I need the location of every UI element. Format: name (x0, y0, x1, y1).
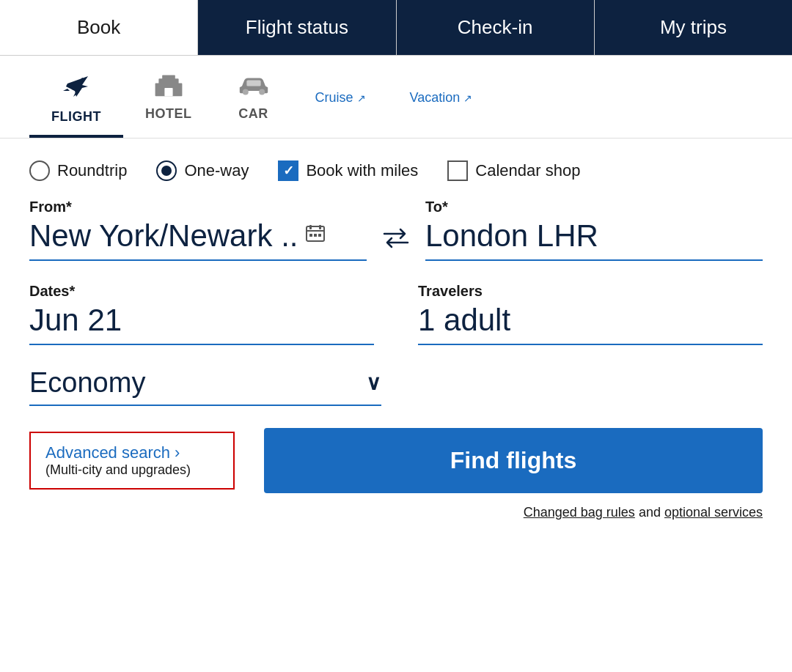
main-content: Roundtrip One-way Book with miles Calend… (0, 139, 792, 542)
dates-travelers-row: Dates* Jun 21 Travelers 1 adult (29, 283, 763, 345)
tab-hotel-label: HOTEL (145, 106, 192, 122)
tab-car[interactable]: CAR (214, 66, 293, 135)
dates-label: Dates* (29, 283, 374, 300)
roundtrip-label: Roundtrip (57, 161, 127, 180)
advanced-search-label: Advanced search (45, 443, 170, 462)
tab-vacation[interactable]: Vacation ↗ (388, 83, 495, 119)
tab-cruise-label: Cruise ↗ (315, 90, 366, 106)
hotel-icon (154, 73, 183, 102)
nav-check-in[interactable]: Check-in (397, 0, 595, 55)
optional-services-link[interactable]: optional services (664, 505, 763, 520)
from-field-group: From* New York/Newark .. (29, 199, 367, 261)
to-input[interactable]: London LHR (425, 218, 763, 261)
travelers-field-group: Travelers 1 adult (418, 283, 763, 345)
svg-rect-11 (309, 234, 312, 237)
svg-point-4 (242, 89, 248, 95)
travelers-label: Travelers (418, 283, 763, 300)
bag-rules: Changed bag rules and optional services (29, 505, 763, 520)
advanced-search-subtitle: (Multi-city and upgrades) (45, 462, 219, 478)
tab-cruise[interactable]: Cruise ↗ (293, 83, 388, 119)
tab-car-label: CAR (238, 106, 268, 122)
from-input[interactable]: New York/Newark .. (29, 218, 367, 261)
calendar-shop-checkbox[interactable] (447, 160, 468, 181)
svg-rect-6 (246, 81, 260, 86)
nav-my-trips[interactable]: My trips (595, 0, 792, 55)
car-icon (236, 73, 271, 102)
bottom-row: Advanced search › (Multi-city and upgrad… (29, 428, 763, 493)
trip-type-row: Roundtrip One-way Book with miles Calend… (29, 160, 763, 181)
svg-point-5 (259, 89, 265, 95)
spacer (374, 283, 418, 345)
tab-hotel[interactable]: HOTEL (123, 66, 214, 135)
book-with-miles-option[interactable]: Book with miles (278, 160, 418, 181)
plane-icon (62, 70, 91, 105)
cabin-value: Economy (29, 367, 145, 399)
to-label: To* (425, 199, 763, 215)
travelers-input[interactable]: 1 adult (418, 303, 763, 345)
top-nav: Book Flight status Check-in My trips (0, 0, 792, 56)
swap-icon[interactable] (367, 228, 425, 254)
advanced-search-title: Advanced search › (45, 443, 219, 462)
advanced-search-button[interactable]: Advanced search › (Multi-city and upgrad… (29, 432, 235, 490)
book-with-miles-checkbox[interactable] (278, 160, 298, 181)
tab-vacation-label: Vacation ↗ (410, 90, 473, 106)
one-way-radio[interactable] (156, 160, 177, 181)
cabin-select[interactable]: Economy ∨ (29, 367, 381, 406)
from-value: New York/Newark .. (29, 218, 298, 254)
nav-flight-status[interactable]: Flight status (198, 0, 396, 55)
from-label: From* (29, 199, 367, 215)
one-way-label: One-way (184, 161, 249, 180)
changed-bag-rules-link[interactable]: Changed bag rules (524, 505, 635, 520)
calendar-shop-label: Calendar shop (475, 161, 580, 180)
cabin-dropdown-icon: ∨ (366, 371, 381, 395)
tab-flight-label: FLIGHT (51, 109, 101, 125)
cabin-row: Economy ∨ (29, 367, 763, 406)
service-tabs: FLIGHT HOTEL CAR Cruise ↗ (0, 56, 792, 139)
roundtrip-option[interactable]: Roundtrip (29, 160, 127, 181)
svg-rect-9 (319, 225, 321, 229)
svg-rect-12 (314, 234, 317, 237)
to-field-group: To* London LHR (425, 199, 763, 261)
roundtrip-radio[interactable] (29, 160, 50, 181)
calendar-shop-option[interactable]: Calendar shop (447, 160, 580, 181)
bag-rules-connector: and (635, 505, 664, 520)
nav-book[interactable]: Book (0, 0, 198, 55)
to-value: London LHR (425, 218, 598, 254)
tab-flight[interactable]: FLIGHT (29, 63, 123, 138)
svg-rect-3 (164, 88, 172, 96)
airport-selector-icon (305, 224, 326, 249)
svg-rect-8 (309, 225, 312, 229)
dates-input[interactable]: Jun 21 (29, 303, 374, 345)
find-flights-button[interactable]: Find flights (264, 428, 763, 493)
svg-rect-2 (162, 75, 175, 79)
book-with-miles-label: Book with miles (306, 161, 418, 180)
one-way-option[interactable]: One-way (156, 160, 249, 181)
dates-field-group: Dates* Jun 21 (29, 283, 374, 345)
from-to-row: From* New York/Newark .. (29, 199, 763, 261)
svg-rect-13 (318, 234, 321, 237)
advanced-search-chevron: › (175, 443, 180, 462)
